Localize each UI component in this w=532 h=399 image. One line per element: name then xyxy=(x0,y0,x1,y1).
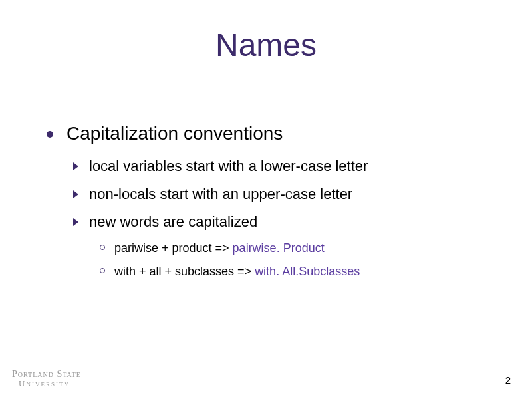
bullet-level2-item: local variables start with a lower-case … xyxy=(73,158,485,175)
bullet-level3-text: pariwise + product => pairwise. Product xyxy=(114,241,325,255)
slide-title: Names xyxy=(47,27,485,63)
footer-logo-line2: University xyxy=(19,379,81,388)
triangle-icon xyxy=(73,162,78,170)
bullet-dot-icon xyxy=(47,131,53,138)
footer-logo: Portland State University xyxy=(12,370,81,388)
level3-prefix: pariwise + product => xyxy=(114,241,233,255)
bullet-level2-item: non-locals start with an upper-case lett… xyxy=(73,186,485,203)
bullet-level2-text: new words are capitalized xyxy=(89,213,257,231)
triangle-icon xyxy=(73,218,78,226)
bullet-level3-item: with + all + subclasses => with. All.Sub… xyxy=(100,265,485,279)
level3-prefix: with + all + subclasses => xyxy=(114,265,255,278)
bullet-level2-text: local variables start with a lower-case … xyxy=(89,158,368,175)
ring-icon xyxy=(100,268,105,273)
bullet-level1-text: Capitalization conventions xyxy=(66,123,283,144)
level3-accent: with. All.Subclasses xyxy=(255,265,360,278)
bullet-level2-text: non-locals start with an upper-case lett… xyxy=(89,186,352,203)
bullet-level2-group: local variables start with a lower-case … xyxy=(73,158,485,279)
ring-icon xyxy=(100,245,105,250)
bullet-level3-text: with + all + subclasses => with. All.Sub… xyxy=(114,265,360,279)
level3-accent: pairwise. Product xyxy=(233,241,325,255)
footer-logo-line1: Portland State xyxy=(12,370,81,380)
triangle-icon xyxy=(73,190,78,198)
slide: Names Capitalization conventions local v… xyxy=(0,0,532,399)
bullet-level2-item: new words are capitalized xyxy=(73,213,485,231)
bullet-level3-item: pariwise + product => pairwise. Product xyxy=(100,241,485,255)
bullet-level3-group: pariwise + product => pairwise. Product … xyxy=(100,241,485,279)
page-number: 2 xyxy=(505,374,511,386)
bullet-level1: Capitalization conventions xyxy=(47,123,485,144)
